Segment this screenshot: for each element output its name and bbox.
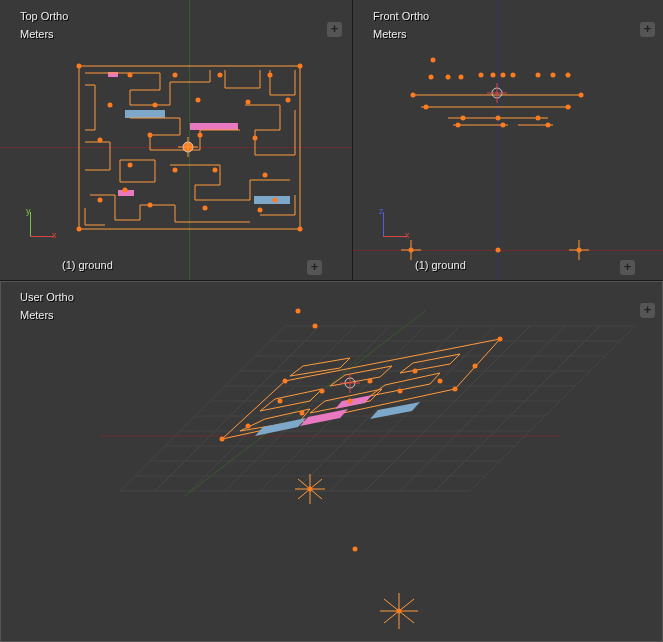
svg-point-112 (398, 389, 403, 394)
svg-point-46 (446, 75, 451, 80)
viewport-top[interactable]: y x Top Ortho Meters (1) ground + + (0, 0, 352, 280)
svg-point-19 (196, 98, 201, 103)
svg-point-27 (173, 168, 178, 173)
svg-point-20 (246, 100, 251, 105)
svg-point-61 (456, 123, 461, 128)
svg-point-68 (409, 248, 414, 253)
svg-point-15 (218, 73, 223, 78)
svg-point-113 (438, 379, 443, 384)
svg-point-111 (348, 399, 353, 404)
svg-point-71 (577, 248, 582, 253)
units-label: Meters (373, 28, 407, 40)
svg-point-116 (320, 389, 325, 394)
svg-line-93 (435, 326, 600, 491)
svg-point-50 (501, 73, 506, 78)
plus-icon[interactable]: + (327, 22, 342, 37)
axis-label-y: y (26, 206, 31, 216)
svg-point-23 (148, 133, 153, 138)
svg-point-45 (429, 75, 434, 80)
svg-point-121 (353, 547, 358, 552)
svg-point-48 (479, 73, 484, 78)
svg-point-55 (579, 93, 584, 98)
axis-label-x: x (52, 230, 57, 240)
svg-point-22 (98, 138, 103, 143)
svg-point-52 (536, 73, 541, 78)
svg-point-32 (203, 206, 208, 211)
svg-point-57 (566, 105, 571, 110)
svg-point-65 (496, 248, 501, 253)
svg-rect-1 (125, 110, 165, 118)
svg-point-120 (313, 324, 318, 329)
svg-point-63 (546, 123, 551, 128)
svg-line-85 (155, 326, 320, 491)
view-label: User Ortho (20, 291, 74, 303)
svg-point-119 (296, 309, 301, 314)
svg-point-14 (173, 73, 178, 78)
units-label: Meters (20, 28, 54, 40)
view-label: Top Ortho (20, 10, 68, 22)
svg-point-26 (128, 163, 133, 168)
svg-point-24 (198, 133, 203, 138)
object-label: (1) ground (62, 259, 113, 271)
object-label: (1) ground (415, 259, 466, 271)
axis-gizmo: z x (375, 208, 411, 244)
svg-marker-98 (300, 409, 348, 426)
svg-point-56 (424, 105, 429, 110)
plus-icon[interactable]: + (640, 303, 655, 318)
svg-point-51 (511, 73, 516, 78)
svg-point-31 (148, 203, 153, 208)
svg-line-94 (470, 326, 635, 491)
svg-point-33 (258, 208, 263, 213)
svg-point-107 (498, 337, 503, 342)
viewport-front[interactable]: z x Front Ortho Meters (1) ground + + (353, 0, 663, 280)
axis-label-x: x (405, 230, 410, 240)
svg-point-47 (459, 75, 464, 80)
cursor-3d (487, 83, 507, 103)
svg-point-62 (501, 123, 506, 128)
svg-point-64 (431, 58, 436, 63)
svg-point-18 (153, 103, 158, 108)
svg-point-16 (268, 73, 273, 78)
units-label: Meters (20, 309, 54, 321)
svg-point-10 (298, 64, 303, 69)
svg-point-110 (300, 411, 305, 416)
svg-point-105 (220, 437, 225, 442)
svg-line-92 (400, 326, 565, 491)
svg-point-13 (128, 73, 133, 78)
svg-point-114 (473, 364, 478, 369)
svg-point-30 (98, 198, 103, 203)
svg-point-9 (77, 64, 82, 69)
svg-point-34 (123, 188, 128, 193)
svg-point-44 (411, 93, 416, 98)
svg-point-21 (286, 98, 291, 103)
axis-label-z: z (379, 206, 384, 216)
plus-icon[interactable]: + (307, 260, 322, 275)
svg-line-89 (295, 326, 460, 491)
plus-icon[interactable]: + (640, 22, 655, 37)
svg-point-54 (566, 73, 571, 78)
svg-point-60 (536, 116, 541, 121)
svg-line-84 (120, 326, 285, 491)
cursor-3d (178, 137, 198, 157)
svg-point-11 (77, 227, 82, 232)
svg-point-115 (278, 399, 283, 404)
svg-point-117 (368, 379, 373, 384)
svg-point-49 (491, 73, 496, 78)
svg-point-58 (461, 116, 466, 121)
svg-point-131 (397, 609, 402, 614)
svg-point-28 (213, 168, 218, 173)
svg-point-108 (283, 379, 288, 384)
svg-point-53 (551, 73, 556, 78)
plus-icon[interactable]: + (620, 260, 635, 275)
svg-point-106 (453, 387, 458, 392)
view-label: Front Ortho (373, 10, 429, 22)
viewport-user[interactable]: User Ortho Meters + (0, 281, 663, 642)
svg-point-29 (263, 173, 268, 178)
svg-point-126 (308, 487, 313, 492)
svg-point-109 (246, 424, 251, 429)
svg-point-25 (253, 136, 258, 141)
svg-point-118 (413, 369, 418, 374)
axis-gizmo: y x (22, 208, 58, 244)
svg-point-17 (108, 103, 113, 108)
svg-point-59 (496, 116, 501, 121)
